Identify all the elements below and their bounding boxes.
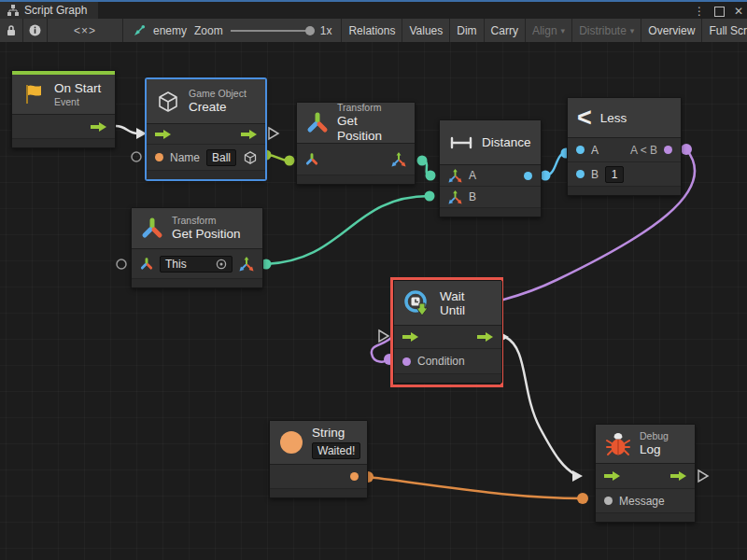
cube-icon xyxy=(156,90,180,114)
zoom-slider[interactable] xyxy=(231,30,313,32)
tab-bar: Script Graph ⋮ ✕ xyxy=(0,0,747,19)
node-title: Create xyxy=(189,100,247,115)
node-title: Get Position xyxy=(337,114,405,144)
flow-in-port[interactable] xyxy=(402,332,418,342)
name-value-field[interactable]: Ball xyxy=(206,149,236,166)
flow-in-port[interactable] xyxy=(604,471,620,481)
wire-onstart-to-create[interactable] xyxy=(116,126,138,133)
values-button[interactable]: Values xyxy=(402,19,449,42)
node-footer xyxy=(297,175,415,184)
distribute-dropdown[interactable]: Distribute ▾ xyxy=(572,19,641,42)
distance-out-port[interactable] xyxy=(524,172,532,180)
port-b-label: B xyxy=(591,168,599,181)
maximize-icon[interactable] xyxy=(714,7,725,17)
unconnected-value-in-getposition[interactable] xyxy=(117,259,126,269)
vector3-out-port[interactable] xyxy=(239,257,254,272)
flow-out-port[interactable] xyxy=(477,332,493,342)
node-get-position-bottom[interactable]: Transform Get Position This xyxy=(131,207,263,288)
object-picker-icon[interactable] xyxy=(216,259,227,270)
less-in-port-a[interactable] xyxy=(576,146,585,154)
flow-out-port[interactable] xyxy=(670,471,686,481)
tab-script-graph[interactable]: Script Graph xyxy=(0,2,98,19)
graph-inspector-icon xyxy=(133,24,146,37)
tab-title: Script Graph xyxy=(24,4,87,17)
unconnected-flow-out-create[interactable] xyxy=(269,128,278,139)
node-footer xyxy=(147,171,265,179)
less-in-port-b[interactable] xyxy=(576,170,585,178)
node-footer xyxy=(270,489,367,497)
wire-waituntil-to-log[interactable] xyxy=(505,337,576,475)
name-input-port[interactable] xyxy=(155,153,163,161)
node-title: Get Position xyxy=(172,227,241,242)
node-footer xyxy=(394,374,501,383)
b-value-field[interactable]: 1 xyxy=(605,166,624,183)
string-out-port[interactable] xyxy=(350,472,359,481)
relations-button[interactable]: Relations xyxy=(342,19,402,42)
wire-dot xyxy=(541,171,551,181)
graph-name-label: enemy xyxy=(153,24,187,37)
less-icon: < xyxy=(577,105,592,131)
node-on-start[interactable]: On Start Event xyxy=(11,70,116,148)
node-less[interactable]: < Less A A < B B 1 xyxy=(567,97,682,196)
wire-string-to-log-message[interactable] xyxy=(368,477,583,498)
less-out-port[interactable] xyxy=(664,146,672,154)
info-button[interactable] xyxy=(23,19,47,42)
node-title: Wait Until xyxy=(440,289,492,317)
transform-in-port[interactable] xyxy=(305,153,318,166)
zoom-value: 1x xyxy=(320,24,332,37)
result-label: A < B xyxy=(630,144,657,157)
flow-out-port[interactable] xyxy=(241,130,257,139)
vector3-in-port-a[interactable] xyxy=(448,169,462,183)
vector3-in-port-b[interactable] xyxy=(448,190,462,204)
lock-icon xyxy=(6,24,17,36)
zoom-label: Zoom xyxy=(194,24,223,37)
condition-in-port[interactable] xyxy=(402,357,411,366)
node-get-position-top[interactable]: Transform Get Position xyxy=(296,102,416,185)
close-icon[interactable]: ✕ xyxy=(734,4,743,19)
target-field[interactable]: This xyxy=(160,256,233,273)
align-dropdown[interactable]: Align ▾ xyxy=(526,19,571,42)
window-menu-icon[interactable]: ⋮ xyxy=(694,4,705,19)
carry-button[interactable]: Carry xyxy=(485,19,525,42)
node-subtitle: Transform xyxy=(337,102,405,114)
align-label: Align xyxy=(532,24,557,37)
port-b-label: B xyxy=(469,190,476,203)
wire-getpositionbottom-to-distance-b[interactable] xyxy=(266,196,430,264)
unconnected-flow-out-log[interactable] xyxy=(698,470,708,482)
node-footer xyxy=(132,279,262,287)
wire-dot xyxy=(425,191,435,202)
node-title: On Start xyxy=(54,81,101,96)
node-distance[interactable]: Distance A B xyxy=(439,119,542,217)
node-title: Distance xyxy=(482,135,531,149)
lock-button[interactable] xyxy=(0,19,22,42)
graph-canvas[interactable]: On Start Event Game Object Create xyxy=(0,42,747,560)
game-object-out-port[interactable] xyxy=(243,150,258,165)
overview-button[interactable]: Overview xyxy=(641,19,701,42)
script-graph-icon xyxy=(7,5,19,16)
flow-out-port[interactable] xyxy=(91,122,106,132)
node-create-game-object[interactable]: Game Object Create Name Ball xyxy=(146,78,266,180)
unity-script-graph-window: Script Graph ⋮ ✕ <×> xyxy=(0,0,747,560)
message-in-port[interactable] xyxy=(604,497,613,505)
chevron-down-icon: ▾ xyxy=(630,26,635,35)
unconnected-value-in-create-name[interactable] xyxy=(132,152,141,161)
target-value: This xyxy=(165,258,187,271)
wire-dot xyxy=(417,156,428,166)
port-a-label: A xyxy=(469,169,476,182)
wire-end-arrow xyxy=(572,470,583,482)
fullscreen-button[interactable]: Full Screen xyxy=(702,19,747,42)
flow-in-port[interactable] xyxy=(155,130,171,139)
transform-in-port[interactable] xyxy=(140,258,153,271)
dim-button[interactable]: Dim xyxy=(450,19,483,42)
zoom-slider-handle[interactable] xyxy=(305,26,315,35)
message-label: Message xyxy=(619,495,665,508)
string-value-field[interactable]: Waited! xyxy=(312,442,360,459)
node-debug-log[interactable]: Debug Log Message xyxy=(595,424,696,523)
node-title: Log xyxy=(640,442,669,457)
wait-until-highlight-frame: Wait Until Condition xyxy=(390,277,503,387)
code-preview-button[interactable]: <×> xyxy=(48,19,122,42)
node-wait-until[interactable]: Wait Until Condition xyxy=(393,280,502,384)
vector3-out-port[interactable] xyxy=(391,152,406,167)
chevron-down-icon: ▾ xyxy=(561,26,566,35)
node-string[interactable]: String Waited! xyxy=(269,420,368,498)
